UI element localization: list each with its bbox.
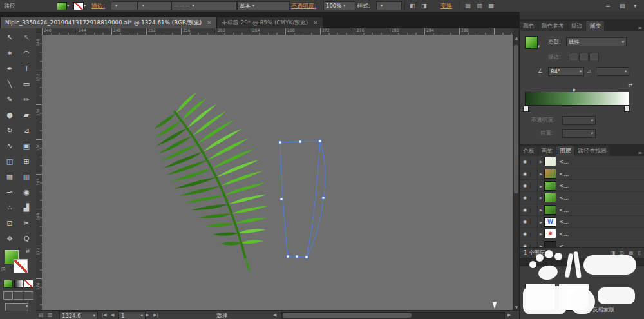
stroke-within-icon[interactable] [569, 53, 578, 61]
aspect-ratio-field[interactable]: ▾ [596, 67, 629, 76]
layer-label[interactable]: <... [559, 218, 569, 225]
layer-label[interactable]: <... [559, 159, 569, 165]
layer-thumbnail[interactable] [544, 205, 556, 215]
prev-artboard-icon[interactable]: ◀ [111, 311, 114, 319]
isolate-icon[interactable]: ◧ [410, 1, 415, 10]
gradient-tool[interactable]: ▥ [18, 169, 35, 184]
layer-label[interactable]: <... [559, 182, 569, 189]
lock-cell[interactable] [531, 192, 538, 204]
perspective-grid-tool[interactable]: ⊞ [18, 153, 35, 169]
rotate-tool[interactable]: ↻ [1, 122, 18, 138]
expand-chevron-icon[interactable]: ▶ [538, 231, 544, 236]
expand-chevron-icon[interactable]: ▶ [538, 195, 544, 200]
transform-link[interactable]: 变换 [440, 2, 452, 10]
draw-behind-button[interactable] [14, 291, 23, 300]
angle-field[interactable]: 84°▾ [548, 67, 584, 76]
pencil-tool[interactable]: ✏ [18, 92, 35, 107]
layer-thumbnail[interactable] [544, 157, 556, 166]
reverse-gradient-icon[interactable]: ⇄ [628, 81, 632, 89]
type-field[interactable]: 线性▾ [566, 37, 627, 46]
layer-thumbnail[interactable]: W [544, 217, 556, 227]
horizontal-scrollbar[interactable] [281, 312, 505, 319]
layer-row[interactable]: ◉▶<... [520, 192, 644, 204]
expand-chevron-icon[interactable]: ▶ [538, 171, 544, 176]
magic-wand-tool[interactable]: ∗ [1, 45, 18, 61]
brush-definition-field[interactable]: ▾ [138, 1, 171, 10]
tab-swatches[interactable]: 色板 [520, 146, 538, 156]
free-transform-tool[interactable]: ▣ [18, 138, 35, 153]
lock-cell[interactable] [531, 204, 538, 216]
recolor-icon[interactable]: ◨ [421, 1, 427, 10]
palm-leaf-artwork[interactable] [153, 91, 268, 274]
close-tab-icon[interactable]: × [313, 19, 317, 26]
eyedropper-tool[interactable]: ⊸ [1, 184, 18, 200]
rectangle-tool[interactable]: ▭ [18, 76, 35, 92]
close-tab-icon[interactable]: × [207, 19, 211, 26]
align-right-icon[interactable]: ▦ [488, 1, 494, 10]
column-graph-tool[interactable]: ▟ [18, 200, 35, 215]
visibility-eye-icon[interactable]: ◉ [520, 159, 531, 164]
layer-thumbnail[interactable] [544, 181, 556, 191]
stroke-weight-field[interactable]: ▾ [111, 1, 138, 10]
gradient-stop-left[interactable] [523, 106, 529, 112]
shape-builder-tool[interactable]: ◫ [1, 153, 18, 169]
expand-chevron-icon[interactable]: ▶ [538, 208, 544, 212]
screen-mode-button[interactable]: ▾ [5, 303, 28, 311]
layer-row[interactable]: ◉▶<... [520, 180, 644, 192]
default-fill-stroke-icon[interactable]: ◳ [1, 267, 6, 272]
opacity-field[interactable]: 100%▾ [323, 1, 355, 10]
layer-thumbnail[interactable]: ✱ [544, 229, 556, 238]
panel-menu-icon[interactable]: ≡ [638, 25, 642, 31]
stroke-style-field[interactable]: ———▾ [171, 1, 237, 10]
width-tool[interactable]: ∿ [1, 138, 18, 153]
paintbrush-tool[interactable]: ✎ [1, 92, 18, 107]
scroll-right-icon[interactable]: ▶ [507, 311, 511, 319]
next-artboard-icon[interactable]: ▶ [146, 311, 149, 319]
lock-cell[interactable] [531, 156, 538, 168]
vertical-scroll-thumb[interactable] [514, 45, 518, 193]
zoom-field[interactable]: 1324.6▾ [59, 311, 98, 319]
blend-tool[interactable]: ◉ [18, 184, 35, 200]
gradient-position-field[interactable]: ▾ [562, 129, 596, 138]
gradient-midpoint-icon[interactable]: ◆ [573, 87, 576, 92]
align-center-icon[interactable]: ▥ [477, 1, 482, 10]
layer-row[interactable]: ◉▶<... [520, 156, 644, 168]
tab-pathfinder[interactable]: 路径查找器 [575, 146, 610, 156]
selected-path[interactable] [279, 140, 325, 258]
tab-gradient[interactable]: 渐变 [586, 21, 604, 31]
gradient-swatch-dropdown-icon[interactable]: ▾ [538, 44, 540, 49]
layer-row[interactable]: ◉▶<... [520, 204, 644, 217]
style-field[interactable]: ▾ [376, 1, 402, 10]
stroke-across-icon[interactable] [589, 53, 599, 61]
gradient-mode-button[interactable] [14, 280, 23, 288]
gradient-swatch[interactable] [525, 36, 538, 49]
first-artboard-icon[interactable]: |◀ [102, 311, 107, 319]
draw-inside-button[interactable] [24, 291, 33, 300]
last-artboard-icon[interactable]: ▶| [153, 311, 158, 319]
stroke-swatch[interactable] [14, 259, 28, 273]
symbol-sprayer-tool[interactable]: ∴ [1, 200, 18, 215]
layer-thumbnail[interactable] [544, 169, 556, 179]
workspace-icon[interactable]: ▤ [620, 1, 625, 10]
canvas[interactable] [42, 35, 513, 310]
tab-stroke[interactable]: 描边 [568, 21, 586, 31]
layer-row[interactable]: ◉▶<... [520, 168, 644, 180]
document-tab-inactive[interactable]: 未标题-29* @ 85% (CMYK/预览)× [216, 17, 323, 28]
gradient-opacity-field[interactable]: ▾ [562, 116, 596, 125]
panel-menu-icon[interactable]: ≡ [605, 1, 611, 10]
visibility-eye-icon[interactable]: ◉ [520, 219, 531, 224]
zoom-tool[interactable]: Q [18, 231, 35, 246]
none-mode-button[interactable] [24, 280, 33, 288]
stroke-color-swatch[interactable] [73, 2, 84, 10]
tab-color[interactable]: 颜色 [520, 21, 538, 31]
pen-tool[interactable]: ✒ [1, 61, 18, 76]
layer-thumbnail[interactable] [544, 193, 556, 202]
stroke-dropdown-icon[interactable]: ▾ [84, 2, 86, 10]
stroke-along-icon[interactable] [579, 53, 589, 61]
mesh-tool[interactable]: ▦ [1, 169, 18, 184]
visibility-eye-icon[interactable]: ◉ [520, 208, 531, 213]
swap-fill-stroke-icon[interactable]: ⇄ [26, 249, 30, 254]
more-options-icon[interactable]: ▾ [634, 1, 637, 10]
delete-layer-icon[interactable]: ▯ [638, 250, 641, 256]
lock-cell[interactable] [531, 180, 538, 191]
